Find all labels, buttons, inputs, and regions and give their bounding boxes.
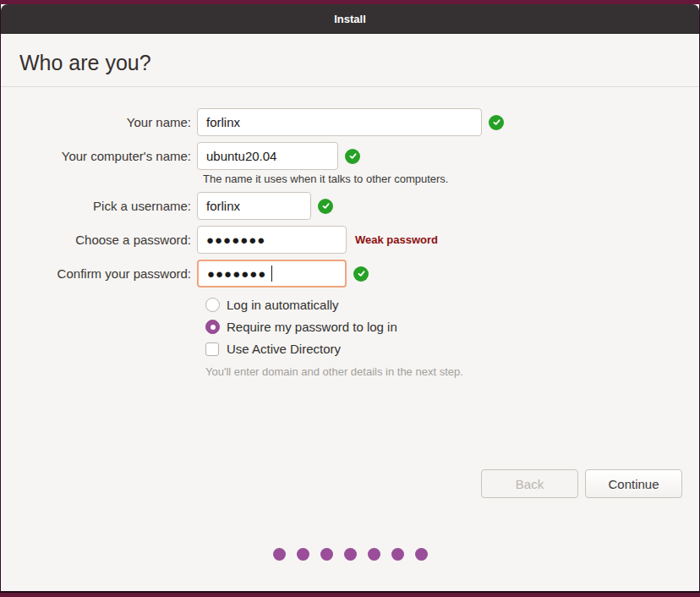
progress-dot bbox=[320, 548, 333, 561]
confirm-password-label: Confirm your password: bbox=[1, 266, 197, 281]
name-valid-check-icon bbox=[489, 115, 504, 130]
name-input[interactable] bbox=[197, 108, 482, 136]
installer-window: Install Who are you? Your name: Your com… bbox=[0, 4, 700, 593]
continue-button[interactable]: Continue bbox=[585, 469, 682, 498]
computer-name-row: Your computer's name: bbox=[1, 142, 699, 170]
text-cursor bbox=[271, 266, 272, 282]
auto-login-radio[interactable] bbox=[205, 298, 220, 312]
progress-dot bbox=[391, 548, 404, 561]
username-input[interactable] bbox=[197, 192, 311, 220]
login-options: Log in automatically Require my password… bbox=[205, 298, 699, 379]
wizard-progress-dots bbox=[1, 548, 699, 561]
progress-dot bbox=[368, 548, 380, 561]
name-row: Your name: bbox=[1, 108, 699, 136]
computer-name-note: The name it uses when it talks to other … bbox=[203, 173, 448, 185]
confirm-password-field-wrapper bbox=[197, 260, 347, 288]
progress-dot bbox=[273, 548, 286, 561]
password-input[interactable] bbox=[197, 226, 347, 254]
auto-login-label: Log in automatically bbox=[227, 298, 339, 312]
active-directory-note: You'll enter domain and other details in… bbox=[205, 365, 463, 378]
password-row: Choose a password: Weak password bbox=[1, 226, 699, 254]
auto-login-option[interactable]: Log in automatically bbox=[205, 298, 699, 312]
progress-dot bbox=[415, 548, 428, 561]
computer-name-note-row: The name it uses when it talks to other … bbox=[1, 173, 699, 185]
progress-dot bbox=[344, 548, 357, 561]
confirm-password-valid-check-icon bbox=[353, 266, 369, 282]
active-directory-option[interactable]: Use Active Directory bbox=[205, 342, 699, 356]
page-title: Who are you? bbox=[19, 51, 151, 75]
username-valid-check-icon bbox=[318, 199, 333, 214]
computer-name-input[interactable] bbox=[197, 142, 338, 170]
require-password-label: Require my password to log in bbox=[227, 320, 397, 334]
active-directory-note-row: You'll enter domain and other details in… bbox=[205, 364, 699, 379]
wizard-actions: Back Continue bbox=[481, 469, 682, 498]
window-title: Install bbox=[334, 13, 366, 25]
name-label: Your name: bbox=[1, 115, 197, 129]
content: Your name: Your computer's name: The nam… bbox=[1, 87, 699, 591]
titlebar[interactable]: Install bbox=[1, 4, 699, 34]
computer-name-label: Your computer's name: bbox=[1, 149, 197, 163]
username-label: Pick a username: bbox=[1, 199, 197, 213]
back-button[interactable]: Back bbox=[481, 469, 578, 498]
confirm-password-row: Confirm your password: bbox=[1, 260, 699, 288]
active-directory-label: Use Active Directory bbox=[227, 342, 341, 356]
require-password-option[interactable]: Require my password to log in bbox=[205, 320, 699, 334]
page-header: Who are you? bbox=[1, 34, 699, 87]
require-password-radio[interactable] bbox=[205, 320, 220, 334]
password-strength-label: Weak password bbox=[355, 233, 438, 246]
active-directory-checkbox[interactable] bbox=[205, 342, 219, 356]
password-label: Choose a password: bbox=[1, 233, 197, 247]
progress-dot bbox=[297, 548, 309, 561]
username-row: Pick a username: bbox=[1, 192, 699, 220]
computer-name-valid-check-icon bbox=[345, 149, 360, 164]
who-are-you-form: Your name: Your computer's name: The nam… bbox=[1, 87, 699, 379]
